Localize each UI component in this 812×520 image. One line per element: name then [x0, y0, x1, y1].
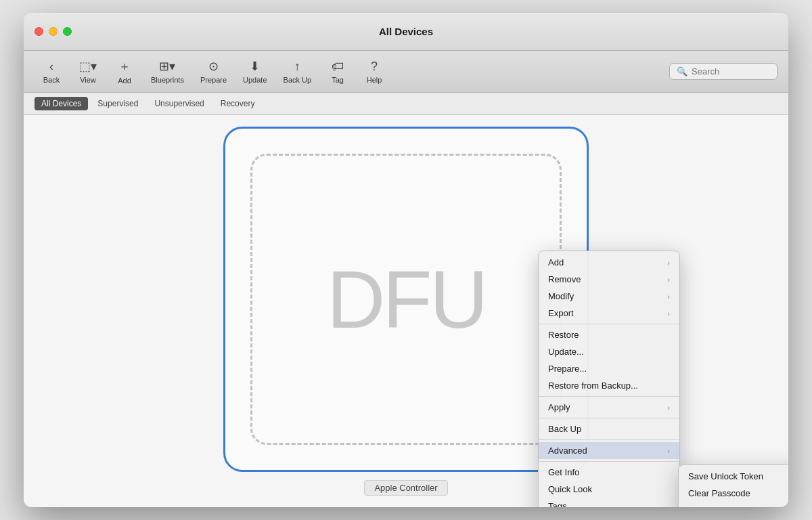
menu-separator-2: [539, 396, 679, 397]
menu-item-restore-backup[interactable]: Restore from Backup...: [539, 377, 679, 394]
menu-item-add[interactable]: Add ›: [539, 254, 679, 271]
main-window: All Devices ‹ Back ⬚▾ View ＋ Add ⊞▾ Blue…: [24, 13, 788, 507]
menu-item-quick-look[interactable]: Quick Look: [539, 481, 679, 498]
menu-item-apply[interactable]: Apply ›: [539, 399, 679, 416]
menu-item-export[interactable]: Export ›: [539, 305, 679, 322]
device-card-label: Apple Controller: [364, 480, 447, 496]
menu-item-add-label: Add: [548, 257, 564, 267]
dfu-inner: DFU: [250, 154, 562, 445]
back-button[interactable]: ‹ Back: [35, 56, 68, 88]
backup-icon: ↑: [294, 60, 300, 74]
help-button[interactable]: ? Help: [357, 56, 391, 88]
menu-item-prepare[interactable]: Prepare...: [539, 360, 679, 377]
menu-item-prepare-label: Prepare...: [548, 364, 587, 374]
menu-item-modify-label: Modify: [548, 291, 574, 301]
backup-label: Back Up: [284, 76, 312, 84]
prepare-icon: ⊙: [208, 59, 219, 74]
blueprints-icon: ⊞▾: [159, 59, 175, 74]
traffic-lights: [35, 27, 72, 36]
chevron-right-icon: ›: [667, 309, 670, 318]
titlebar: All Devices: [24, 13, 788, 51]
back-label: Back: [43, 76, 60, 84]
menu-item-backup-label: Back Up: [548, 424, 581, 434]
add-icon: ＋: [118, 58, 131, 74]
device-card: DFU Apple Controller: [223, 127, 589, 496]
menu-item-restore[interactable]: Restore: [539, 326, 679, 343]
submenu-item-clear-screen-time[interactable]: Clear Screen Time Passcode: [679, 502, 788, 507]
prepare-button[interactable]: ⊙ Prepare: [194, 55, 233, 88]
dfu-label: DFU: [327, 253, 486, 346]
submenu-advanced: Save Unlock Token Clear Passcode Clear S…: [678, 464, 788, 507]
minimize-button[interactable]: [49, 27, 58, 36]
menu-separator-5: [539, 461, 679, 462]
blueprints-label: Blueprints: [151, 76, 184, 84]
window-title: All Devices: [379, 26, 433, 37]
chevron-right-icon: ›: [667, 447, 670, 455]
menu-item-export-label: Export: [548, 308, 574, 318]
update-icon: ⬇: [250, 59, 260, 74]
menu-separator-1: [539, 324, 679, 324]
menu-item-modify[interactable]: Modify ›: [539, 288, 679, 305]
main-content: DFU Apple Controller Add › Remove › Modi…: [24, 115, 788, 507]
tag-label: Tag: [332, 76, 344, 84]
menu-item-quick-look-label: Quick Look: [548, 484, 592, 494]
device-box: DFU: [223, 127, 589, 472]
menu-item-apply-label: Apply: [548, 402, 570, 412]
back-icon: ‹: [49, 60, 53, 74]
chevron-right-icon: ›: [667, 259, 670, 267]
update-button[interactable]: ⬇ Update: [236, 55, 273, 88]
submenu-item-clear-passcode-label: Clear Passcode: [688, 488, 750, 498]
submenu-item-clear-screen-time-label: Clear Screen Time Passcode: [688, 505, 788, 507]
submenu-item-clear-passcode[interactable]: Clear Passcode: [679, 485, 788, 502]
tab-unsupervised[interactable]: Unsupervised: [148, 97, 210, 110]
add-button[interactable]: ＋ Add: [108, 54, 141, 89]
menu-item-remove-label: Remove: [548, 274, 581, 284]
close-button[interactable]: [35, 27, 43, 36]
chevron-right-icon: ›: [667, 292, 670, 301]
chevron-right-icon: ›: [667, 276, 670, 284]
menu-item-get-info-label: Get Info: [548, 467, 579, 477]
menu-item-advanced-label: Advanced: [548, 446, 587, 456]
update-label: Update: [243, 76, 267, 84]
menu-separator-4: [539, 439, 679, 440]
toolbar: ‹ Back ⬚▾ View ＋ Add ⊞▾ Blueprints ⊙ Pre…: [24, 51, 788, 93]
blueprints-button[interactable]: ⊞▾ Blueprints: [144, 55, 191, 88]
tabbar: All Devices Supervised Unsupervised Reco…: [24, 93, 788, 115]
menu-item-remove[interactable]: Remove ›: [539, 271, 679, 288]
backup-button[interactable]: ↑ Back Up: [277, 56, 319, 88]
search-box[interactable]: 🔍: [669, 63, 777, 80]
menu-item-update-label: Update...: [548, 347, 584, 357]
view-label: View: [80, 76, 96, 84]
view-button[interactable]: ⬚▾ View: [71, 55, 105, 88]
menu-item-backup[interactable]: Back Up: [539, 420, 679, 437]
tab-supervised[interactable]: Supervised: [91, 97, 145, 110]
menu-item-advanced[interactable]: Advanced ›: [539, 442, 679, 459]
help-icon: ?: [371, 60, 378, 74]
chevron-right-icon: ›: [667, 404, 670, 412]
help-label: Help: [367, 76, 382, 84]
menu-item-tags-label: Tags...: [548, 501, 574, 507]
menu-item-tags[interactable]: Tags...: [539, 498, 679, 507]
menu-separator-3: [539, 418, 679, 418]
menu-item-restore-label: Restore: [548, 330, 579, 340]
tab-recovery[interactable]: Recovery: [214, 97, 262, 110]
menu-item-update[interactable]: Update...: [539, 343, 679, 360]
tab-all-devices[interactable]: All Devices: [35, 97, 88, 110]
submenu-item-save-unlock-label: Save Unlock Token: [688, 471, 763, 481]
context-menu: Add › Remove › Modify › Export › Restore…: [538, 251, 680, 507]
maximize-button[interactable]: [63, 27, 72, 36]
menu-item-get-info[interactable]: Get Info: [539, 464, 679, 481]
prepare-label: Prepare: [200, 76, 227, 84]
view-icon: ⬚▾: [79, 59, 97, 74]
tag-icon: 🏷: [332, 60, 344, 74]
tag-button[interactable]: 🏷 Tag: [321, 56, 355, 88]
add-label: Add: [118, 77, 131, 85]
search-input[interactable]: [692, 66, 770, 77]
search-icon: 🔍: [677, 66, 687, 77]
submenu-item-save-unlock[interactable]: Save Unlock Token: [679, 468, 788, 485]
menu-item-restore-backup-label: Restore from Backup...: [548, 381, 638, 391]
